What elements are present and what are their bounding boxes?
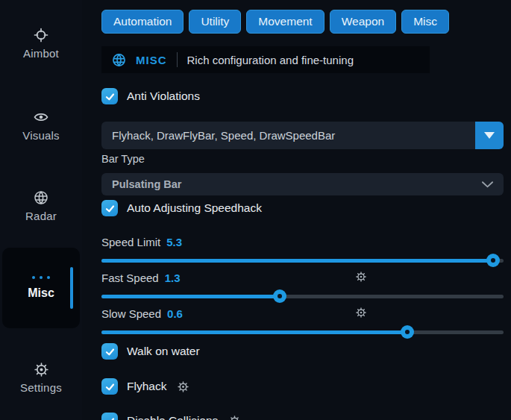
slider-fill: [101, 330, 407, 334]
triangle-down-icon: [484, 132, 495, 139]
sidebar-item-label: Radar: [25, 210, 57, 222]
sidebar-item-aimbot[interactable]: Aimbot: [0, 27, 82, 60]
sidebar-item-settings[interactable]: Settings: [0, 361, 82, 394]
sidebar-item-radar[interactable]: Radar: [0, 189, 82, 222]
section-subtitle: Rich configuration and fine-tuning: [187, 54, 354, 66]
checkbox-label: Anti Violations: [127, 90, 200, 103]
checkbox-label: Flyhack: [127, 380, 166, 393]
sidebar-item-label: Visuals: [22, 129, 59, 142]
checkbox-row-disable-collisions[interactable]: Disable Collisions: [101, 412, 504, 420]
sidebar: Aimbot Visuals Radar Misc: [0, 0, 82, 420]
checkbox-row-flyhack[interactable]: Flyhack: [101, 377, 504, 395]
check-icon: [104, 203, 116, 214]
active-indicator: [70, 267, 73, 309]
slider-label: Slow Speed: [101, 307, 161, 320]
app-window: Aimbot Visuals Radar Misc: [0, 0, 511, 420]
slider-knob[interactable]: [273, 289, 286, 303]
select-value: Pulsating Bar: [112, 178, 181, 190]
slider-knob[interactable]: [401, 325, 414, 339]
tab-misc[interactable]: Misc: [401, 10, 449, 34]
checkbox[interactable]: [101, 413, 118, 420]
checkbox-label: Auto Adjusting Speedhack: [127, 201, 262, 215]
crosshair-icon: [33, 27, 49, 43]
dropdown-open-button[interactable]: [475, 122, 504, 149]
checkbox[interactable]: [101, 88, 118, 104]
divider: [177, 52, 178, 67]
flyhack-gear-icon[interactable]: [177, 380, 189, 393]
multiselect-value: Flyhack, DrawFlyBar, Speed, DrawSpeedBar: [101, 129, 475, 142]
fast-speed-slider[interactable]: [101, 289, 504, 304]
tab-utility[interactable]: Utility: [189, 10, 241, 34]
checkbox-label: Walk on water: [127, 345, 200, 358]
bar-type-label: Bar Type: [101, 153, 504, 166]
sidebar-item-misc[interactable]: Misc: [2, 248, 80, 328]
globe-icon: [34, 189, 48, 206]
globe-icon: [112, 53, 126, 67]
slider-fill: [101, 295, 280, 298]
tab-automation[interactable]: Automation: [101, 10, 184, 34]
checkbox[interactable]: [101, 378, 118, 395]
slider-group-speed-limit: Speed Limit 5.3: [101, 235, 504, 268]
check-icon: [104, 346, 116, 357]
checkbox-row-walk-on-water[interactable]: Walk on water: [101, 342, 504, 360]
checkbox[interactable]: [101, 343, 118, 360]
category-tabs: Automation Utility Movement Weapon Misc: [101, 10, 504, 34]
tab-movement[interactable]: Movement: [246, 10, 324, 34]
slider-label: Fast Speed: [101, 272, 159, 284]
slow-speed-gear-icon[interactable]: [355, 307, 367, 319]
sidebar-item-label: Misc: [28, 286, 54, 300]
gear-icon: [34, 361, 49, 377]
bar-flags-multiselect[interactable]: Flyhack, DrawFlyBar, Speed, DrawSpeedBar: [101, 122, 504, 149]
check-icon: [104, 91, 116, 102]
checkbox[interactable]: [101, 200, 118, 216]
section-header: MISC Rich configuration and fine-tuning: [101, 46, 430, 73]
check-icon: [104, 416, 116, 420]
slider-fill: [101, 259, 493, 263]
chevron-down-icon: [482, 181, 493, 188]
checkbox-row-anti-violations[interactable]: Anti Violations: [101, 87, 504, 105]
check-icon: [104, 381, 116, 392]
sidebar-item-visuals[interactable]: Visuals: [0, 109, 82, 142]
sidebar-item-label: Settings: [20, 381, 62, 394]
ellipsis-icon: [32, 276, 50, 279]
checkbox-row-auto-adjusting-speedhack[interactable]: Auto Adjusting Speedhack: [101, 199, 504, 217]
disable-collisions-gear-icon[interactable]: [228, 415, 241, 420]
slider-value: 0.6: [167, 307, 183, 320]
sidebar-item-label: Aimbot: [23, 47, 59, 60]
fast-speed-gear-icon[interactable]: [355, 271, 367, 283]
speed-limit-slider[interactable]: [101, 253, 504, 268]
slider-value: 5.3: [166, 236, 182, 248]
slider-knob[interactable]: [486, 254, 500, 267]
section-title: MISC: [136, 54, 167, 66]
main-content: Automation Utility Movement Weapon Misc …: [82, 0, 511, 420]
tab-weapon[interactable]: Weapon: [330, 10, 396, 34]
slider-group-slow-speed: Slow Speed 0.6: [101, 307, 504, 339]
slow-speed-slider[interactable]: [101, 325, 504, 339]
bar-type-select[interactable]: Pulsating Bar: [101, 173, 504, 195]
checkbox-label: Disable Collisions: [127, 414, 218, 420]
slider-group-fast-speed: Fast Speed 1.3: [101, 271, 504, 304]
slider-label: Speed Limit: [101, 236, 160, 248]
slider-value: 1.3: [165, 272, 181, 284]
eye-icon: [33, 109, 49, 125]
